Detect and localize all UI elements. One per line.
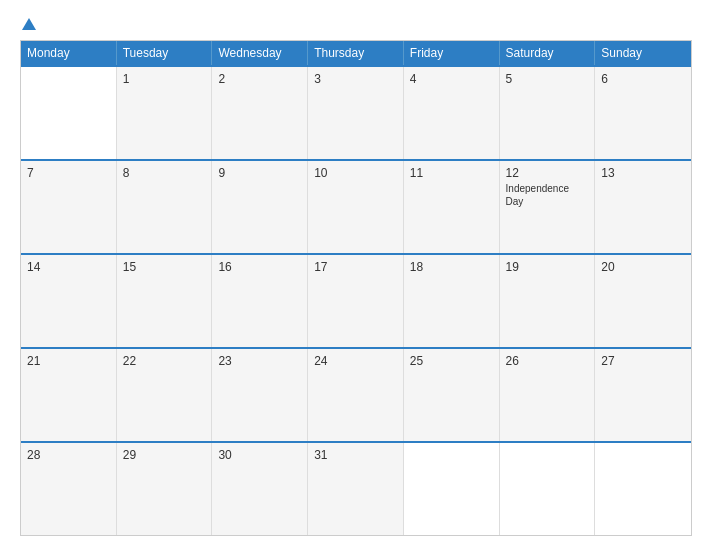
week-row-1: 123456 [21,65,691,159]
day-number: 3 [314,72,397,86]
day-cell: 10 [308,161,404,253]
week-row-5: 28293031 [21,441,691,535]
day-cell: 13 [595,161,691,253]
day-cell: 26 [500,349,596,441]
day-number: 17 [314,260,397,274]
day-header-tuesday: Tuesday [117,41,213,65]
day-number: 6 [601,72,685,86]
day-number: 14 [27,260,110,274]
day-number: 11 [410,166,493,180]
day-number: 21 [27,354,110,368]
day-cell: 9 [212,161,308,253]
day-number: 7 [27,166,110,180]
day-cell: 6 [595,67,691,159]
day-header-friday: Friday [404,41,500,65]
day-cell: 3 [308,67,404,159]
day-headers-row: MondayTuesdayWednesdayThursdayFridaySatu… [21,41,691,65]
day-cell: 28 [21,443,117,535]
day-cell: 31 [308,443,404,535]
week-row-3: 14151617181920 [21,253,691,347]
day-number: 30 [218,448,301,462]
day-cell: 16 [212,255,308,347]
day-cell: 19 [500,255,596,347]
day-cell: 22 [117,349,213,441]
day-number: 28 [27,448,110,462]
day-number: 25 [410,354,493,368]
day-number: 24 [314,354,397,368]
day-number: 19 [506,260,589,274]
day-number: 22 [123,354,206,368]
day-number: 5 [506,72,589,86]
day-cell: 24 [308,349,404,441]
day-cell: 2 [212,67,308,159]
day-header-monday: Monday [21,41,117,65]
header [20,18,692,30]
day-number: 2 [218,72,301,86]
logo-triangle-icon [22,18,36,30]
day-number: 10 [314,166,397,180]
day-number: 23 [218,354,301,368]
day-number: 15 [123,260,206,274]
calendar-grid: MondayTuesdayWednesdayThursdayFridaySatu… [20,40,692,536]
week-row-4: 21222324252627 [21,347,691,441]
day-cell: 12Independence Day [500,161,596,253]
day-cell: 14 [21,255,117,347]
day-number: 26 [506,354,589,368]
day-cell: 5 [500,67,596,159]
day-number: 8 [123,166,206,180]
day-number: 20 [601,260,685,274]
week-row-2: 789101112Independence Day13 [21,159,691,253]
calendar-page: MondayTuesdayWednesdayThursdayFridaySatu… [0,0,712,550]
day-header-wednesday: Wednesday [212,41,308,65]
day-cell: 27 [595,349,691,441]
day-number: 27 [601,354,685,368]
logo-blue-text [20,18,36,30]
day-cell [404,443,500,535]
day-cell [21,67,117,159]
day-cell: 11 [404,161,500,253]
day-cell: 21 [21,349,117,441]
day-number: 12 [506,166,589,180]
day-cell: 20 [595,255,691,347]
weeks-container: 123456789101112Independence Day131415161… [21,65,691,535]
day-number: 16 [218,260,301,274]
day-header-sunday: Sunday [595,41,691,65]
logo [20,18,36,30]
day-cell: 18 [404,255,500,347]
day-number: 31 [314,448,397,462]
day-header-thursday: Thursday [308,41,404,65]
day-cell: 7 [21,161,117,253]
day-number: 29 [123,448,206,462]
day-cell: 17 [308,255,404,347]
day-number: 4 [410,72,493,86]
day-cell [500,443,596,535]
day-cell: 1 [117,67,213,159]
day-cell: 15 [117,255,213,347]
day-cell [595,443,691,535]
day-cell: 29 [117,443,213,535]
day-cell: 23 [212,349,308,441]
day-cell: 30 [212,443,308,535]
day-number: 13 [601,166,685,180]
day-number: 18 [410,260,493,274]
day-number: 9 [218,166,301,180]
day-cell: 8 [117,161,213,253]
day-number: 1 [123,72,206,86]
day-cell: 25 [404,349,500,441]
day-cell: 4 [404,67,500,159]
day-header-saturday: Saturday [500,41,596,65]
event-label: Independence Day [506,182,589,208]
